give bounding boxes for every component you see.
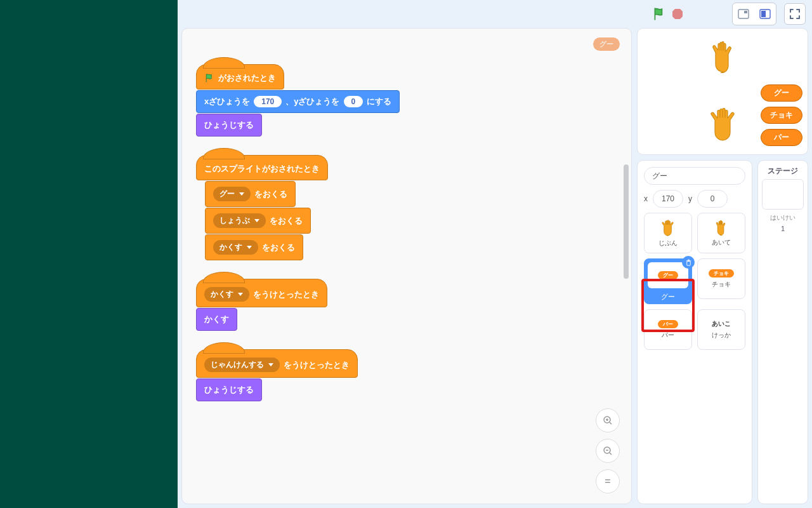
message-dropdown[interactable]: しょうぶ bbox=[213, 213, 266, 228]
scrollbar[interactable] bbox=[624, 164, 629, 279]
block-label: xざひょうを bbox=[204, 96, 250, 107]
message-dropdown[interactable]: かくす bbox=[213, 240, 258, 255]
small-stage-button[interactable] bbox=[735, 5, 752, 23]
block-label: ひょうじする bbox=[204, 119, 254, 131]
stage-header bbox=[178, 0, 812, 28]
hide-block[interactable]: かくす bbox=[196, 308, 237, 331]
sprite-tile-pa[interactable]: パー パー bbox=[644, 309, 692, 350]
x-label: x bbox=[644, 194, 648, 203]
block-label: かくす bbox=[204, 314, 229, 325]
when-sprite-clicked-block[interactable]: このスプライトがおされたとき bbox=[196, 155, 328, 180]
sprite-aite[interactable] bbox=[707, 39, 739, 73]
sprite-label: あいて bbox=[712, 238, 731, 247]
block-label: にする bbox=[367, 96, 391, 107]
large-stage-button[interactable] bbox=[756, 5, 774, 23]
message-dropdown[interactable]: かくす bbox=[204, 287, 249, 302]
broadcast-block[interactable]: グーをおくる bbox=[205, 181, 296, 207]
goto-xy-block[interactable]: xざひょうを 170 、yざひょうを 0 にする bbox=[196, 90, 400, 113]
stage-canvas[interactable]: グー チョキ パー bbox=[637, 28, 808, 155]
block-label: 、yざひょうを bbox=[285, 96, 339, 107]
sprite-jibun[interactable] bbox=[706, 105, 740, 142]
show-block[interactable]: ひょうじする bbox=[196, 114, 262, 137]
show-block[interactable]: ひょうじする bbox=[196, 378, 262, 401]
block-label: をおくる bbox=[270, 215, 303, 227]
when-receive-block[interactable]: じゃんけんするをうけとったとき bbox=[196, 349, 358, 378]
sprite-tile-jibun[interactable]: じぶん bbox=[644, 213, 692, 253]
stage-button-pa[interactable]: パー bbox=[761, 129, 802, 146]
when-flag-clicked-block[interactable]: がおされたとき bbox=[196, 64, 284, 90]
block-label: をおくる bbox=[254, 189, 287, 200]
svg-rect-2 bbox=[744, 11, 747, 13]
zoom-in-button[interactable] bbox=[596, 408, 620, 432]
message-dropdown[interactable]: グー bbox=[213, 187, 251, 201]
block-label: がおされたとき bbox=[218, 72, 276, 84]
sprite-pane: x 170 y 0 じぶん あいて bbox=[637, 160, 752, 504]
block-label: をうけとったとき bbox=[284, 359, 350, 371]
app-main: グー がおされたとき xざひょうを 170 、yざひょうを 0 にする bbox=[178, 0, 812, 508]
y-input[interactable]: 0 bbox=[344, 96, 363, 107]
fullscreen-button[interactable] bbox=[784, 3, 806, 25]
sprite-tile-kekka[interactable]: あいこ けっか bbox=[697, 309, 745, 350]
sprite-thumb-text: あいこ bbox=[712, 319, 731, 328]
stage-button-choki[interactable]: チョキ bbox=[761, 107, 802, 124]
message-dropdown[interactable]: じゃんけんする bbox=[204, 358, 280, 372]
green-flag-icon[interactable] bbox=[652, 7, 666, 21]
stage-selector[interactable]: ステージ はいけい 1 bbox=[757, 160, 808, 504]
sprite-tile-aite[interactable]: あいて bbox=[697, 213, 745, 253]
block-label: このスプライトがおされたとき bbox=[204, 163, 320, 175]
delete-sprite-icon[interactable] bbox=[682, 256, 695, 269]
stage-title: ステージ bbox=[761, 166, 805, 177]
sprite-label: けっか bbox=[712, 331, 731, 340]
x-input[interactable]: 170 bbox=[653, 190, 683, 208]
backdrops-label: はいけい bbox=[761, 213, 805, 222]
svg-rect-4 bbox=[761, 11, 766, 17]
x-input[interactable]: 170 bbox=[254, 96, 282, 107]
sprite-label: じぶん bbox=[658, 239, 678, 248]
sprite-name-input[interactable] bbox=[644, 167, 745, 185]
script-area[interactable]: グー がおされたとき xざひょうを 170 、yざひょうを 0 にする bbox=[181, 28, 632, 504]
flag-icon bbox=[204, 73, 214, 83]
sprite-watermark: グー bbox=[593, 37, 620, 51]
stop-icon[interactable] bbox=[671, 8, 684, 20]
sprite-label: パー bbox=[662, 331, 674, 340]
sprite-tile-choki[interactable]: チョキ チョキ bbox=[697, 258, 745, 299]
y-label: y bbox=[688, 194, 692, 203]
app-left-gutter bbox=[0, 0, 178, 508]
sprite-thumb-pill: パー bbox=[658, 320, 678, 328]
sprite-tile-gu[interactable]: グー グー bbox=[644, 258, 692, 304]
zoom-out-button[interactable] bbox=[596, 439, 620, 463]
sprite-thumb-pill: チョキ bbox=[709, 269, 734, 277]
block-label: ひょうじする bbox=[204, 384, 254, 396]
stage-size-toggle bbox=[732, 3, 776, 25]
stage-thumbnail[interactable] bbox=[762, 179, 804, 210]
zoom-reset-button[interactable]: = bbox=[596, 469, 620, 493]
broadcast-block[interactable]: しょうぶをおくる bbox=[205, 208, 311, 234]
when-receive-block[interactable]: かくすをうけとったとき bbox=[196, 279, 327, 307]
sprite-label: チョキ bbox=[712, 280, 731, 289]
block-label: をうけとったとき bbox=[253, 289, 319, 300]
sprite-thumb-pill: グー bbox=[658, 271, 678, 279]
backdrops-count: 1 bbox=[761, 225, 805, 232]
broadcast-block[interactable]: かくすをおくる bbox=[205, 234, 303, 260]
svg-marker-0 bbox=[672, 9, 683, 19]
stage-button-gu[interactable]: グー bbox=[761, 84, 802, 102]
block-label: をおくる bbox=[262, 242, 295, 253]
y-input[interactable]: 0 bbox=[697, 190, 728, 208]
sprite-label: グー bbox=[645, 291, 691, 303]
